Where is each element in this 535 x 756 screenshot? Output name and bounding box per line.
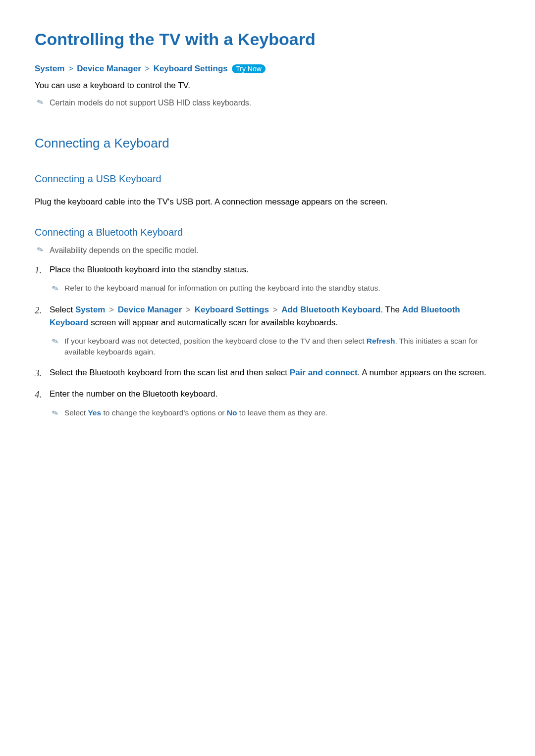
- breadcrumb-item[interactable]: System: [35, 64, 64, 73]
- note-text: If your keyboard was not detected, posit…: [64, 336, 500, 357]
- chevron-right-icon: >: [68, 64, 73, 73]
- page-title: Controlling the TV with a Keyboard: [35, 30, 500, 49]
- highlight-text: No: [227, 408, 237, 417]
- chevron-right-icon: >: [270, 305, 280, 314]
- subsection-heading: Connecting a USB Keyboard: [35, 173, 500, 185]
- note-text: Availability depends on the specific mod…: [50, 245, 198, 256]
- note-icon: ✎: [50, 335, 60, 349]
- menu-path-item: Device Manager: [118, 305, 182, 314]
- steps-list: Place the Bluetooth keyboard into the st…: [35, 263, 500, 419]
- section-heading: Connecting a Keyboard: [35, 136, 500, 151]
- breadcrumb-item[interactable]: Keyboard Settings: [154, 64, 228, 73]
- note-icon: ✎: [36, 245, 45, 255]
- step-text: Place the Bluetooth keyboard into the st…: [50, 265, 249, 274]
- note-text: Select Yes to change the keyboard's opti…: [64, 407, 327, 418]
- note: ✎ Certain models do not support USB HID …: [37, 98, 500, 108]
- note-text: Certain models do not support USB HID cl…: [50, 98, 251, 108]
- menu-path-item: System: [75, 305, 105, 314]
- try-now-badge[interactable]: Try Now: [232, 64, 266, 73]
- breadcrumb: System > Device Manager > Keyboard Setti…: [35, 64, 500, 74]
- note-icon: ✎: [50, 282, 60, 296]
- step-text: . A number appears on the screen.: [358, 368, 486, 377]
- step-item: Select the Bluetooth keyboard from the s…: [35, 366, 500, 379]
- note: ✎ Availability depends on the specific m…: [37, 245, 500, 256]
- highlight-text: Yes: [88, 408, 101, 417]
- breadcrumb-item[interactable]: Device Manager: [77, 64, 141, 73]
- chevron-right-icon: >: [107, 305, 116, 314]
- step-text: Enter the number on the Bluetooth keyboa…: [50, 389, 217, 399]
- chevron-right-icon: >: [145, 64, 150, 73]
- chevron-right-icon: >: [183, 305, 193, 314]
- highlight-text: Refresh: [367, 337, 395, 345]
- highlight-text: Pair and connect: [290, 368, 358, 377]
- note: ✎ Refer to the keyboard manual for infor…: [52, 283, 500, 295]
- body-text: Plug the keyboard cable into the TV's US…: [35, 197, 500, 207]
- step-item: Place the Bluetooth keyboard into the st…: [35, 263, 500, 295]
- menu-path-item: Keyboard Settings: [195, 305, 269, 314]
- note: ✎ Select Yes to change the keyboard's op…: [52, 407, 500, 419]
- step-item: Select System > Device Manager > Keyboar…: [35, 303, 500, 357]
- intro-text: You can use a keyboard to control the TV…: [35, 81, 500, 91]
- step-text: Select the Bluetooth keyboard from the s…: [50, 368, 290, 377]
- subsection-heading: Connecting a Bluetooth Keyboard: [35, 227, 500, 238]
- note: ✎ If your keyboard was not detected, pos…: [52, 336, 500, 357]
- note-icon: ✎: [50, 406, 60, 420]
- menu-path-item: Add Bluetooth Keyboard: [281, 305, 380, 314]
- step-text: . The: [380, 305, 402, 314]
- note-icon: ✎: [36, 97, 45, 107]
- step-item: Enter the number on the Bluetooth keyboa…: [35, 388, 500, 419]
- step-text: Select: [50, 305, 75, 314]
- note-text: Refer to the keyboard manual for informa…: [64, 283, 380, 294]
- step-text: screen will appear and automatically sca…: [88, 318, 338, 327]
